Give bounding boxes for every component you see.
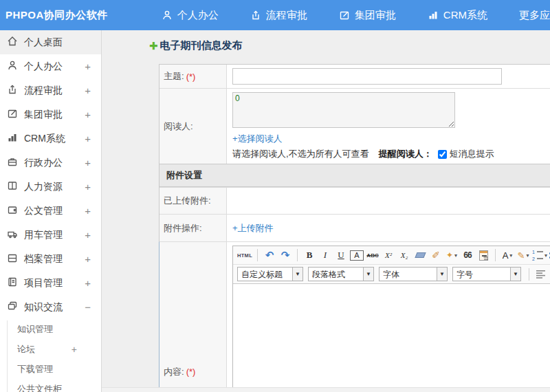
redo-icon[interactable]: ↷	[278, 248, 292, 262]
share-out-icon	[250, 10, 261, 21]
expand-plus-icon[interactable]: +	[85, 253, 91, 265]
superscript-button[interactable]: X²	[382, 248, 395, 262]
expand-plus-icon[interactable]: +	[85, 157, 91, 168]
chat-squares-icon	[7, 301, 18, 314]
upload-attachment-link[interactable]: +上传附件	[232, 222, 274, 235]
content-row: 内容: (*) HTML ↶ ↷ B I	[159, 241, 550, 392]
font-color-dropdown[interactable]: A▾	[500, 248, 514, 262]
undo-icon[interactable]: ↶	[263, 248, 276, 262]
open-book-icon	[7, 180, 18, 193]
expand-plus-icon[interactable]: +	[85, 85, 91, 96]
attachment-ops-label: 附件操作:	[164, 222, 202, 235]
paragraph-format-select[interactable]: 段落格式▼	[308, 267, 374, 281]
sidebar-item-desktop[interactable]: 个人桌面	[0, 30, 101, 54]
share-out-icon	[7, 84, 18, 97]
sidebar-item-documents[interactable]: 公文管理 +	[0, 199, 101, 223]
sidebar-item-knowledge[interactable]: 知识交流 −	[0, 295, 101, 319]
readers-label: 阅读人:	[164, 120, 193, 133]
required-mark: (*)	[186, 367, 196, 377]
sidebar-item-projects[interactable]: 项目管理 +	[0, 271, 101, 295]
attachment-section-header: 附件设置	[160, 164, 550, 187]
readers-hint: 请选择阅读人,不选为所有人可查看	[232, 148, 369, 160]
rich-text-editor: HTML ↶ ↷ B I U A ABC X²	[232, 246, 550, 392]
format-brush-icon[interactable]: ✐	[429, 248, 443, 262]
sidebar-item-vehicle[interactable]: 用车管理 +	[0, 223, 101, 247]
ordered-list-icon: 1 2	[532, 250, 543, 261]
blockquote-button[interactable]: 66	[461, 248, 474, 262]
remind-readers-label: 提醒阅读人：	[379, 148, 432, 160]
user-icon	[7, 60, 18, 73]
uploaded-attachments-row: 已上传附件:	[160, 187, 550, 214]
sms-remind-label: 短消息提示	[450, 148, 494, 160]
app-header: PHPOA协同办公软件 个人办公 流程审批 集团审批 CRM系统 更多应用 ▼	[0, 0, 550, 30]
main-area: ✚ 电子期刊信息发布 主题: (*) 阅读人:	[102, 30, 550, 392]
nav-group-approval[interactable]: 集团审批	[339, 9, 396, 22]
subject-row: 主题: (*)	[160, 65, 550, 88]
green-plus-icon: ✚	[149, 40, 158, 52]
magic-wand-icon: ✦	[446, 250, 453, 260]
folder-icon	[7, 204, 18, 217]
sidebar-item-archives[interactable]: 档案管理 +	[0, 247, 101, 271]
attachment-ops-row: 附件操作: +上传附件	[160, 214, 550, 241]
strikethrough-button[interactable]: ABC	[366, 248, 380, 262]
eraser-icon[interactable]	[413, 248, 427, 262]
content-label: 内容:	[164, 366, 184, 378]
bar-chart-icon	[428, 10, 439, 21]
readers-textarea[interactable]: 0	[232, 92, 455, 128]
chevron-down-icon: ▼	[510, 268, 520, 281]
ordered-list-dropdown[interactable]: 1 2 ▾	[532, 248, 547, 262]
sidebar-item-hr[interactable]: 人力资源 +	[0, 175, 101, 199]
paste-plain-icon[interactable]	[476, 248, 490, 262]
editor-content-area[interactable]	[233, 284, 550, 392]
bar-chart-icon	[7, 132, 18, 145]
sidebar-item-admin-office[interactable]: 行政办公 +	[0, 151, 101, 175]
font-size-select[interactable]: 字号▼	[452, 267, 521, 281]
select-readers-link[interactable]: +选择阅读人	[232, 133, 283, 145]
archive-box-icon	[7, 252, 18, 265]
expand-plus-icon[interactable]: +	[85, 229, 91, 241]
expand-plus-icon[interactable]: +	[85, 109, 91, 120]
nav-personal-office[interactable]: 个人办公	[162, 9, 219, 22]
sidebar-subitem-downloads[interactable]: 下载管理	[0, 359, 101, 379]
edit-icon	[7, 108, 18, 121]
edit-icon	[339, 10, 350, 21]
sidebar-subitem-knowledge-mgmt[interactable]: 知识管理	[0, 319, 101, 339]
sidebar-item-crm[interactable]: CRM系统 +	[0, 127, 101, 151]
sidebar-item-workflow-approval[interactable]: 流程审批 +	[0, 78, 101, 102]
font-family-select[interactable]: 字体▼	[379, 267, 448, 281]
notebook-icon	[7, 276, 18, 290]
expand-plus-icon[interactable]: +	[85, 277, 91, 289]
collapse-minus-icon[interactable]: −	[85, 301, 91, 313]
expand-plus-icon[interactable]: +	[85, 205, 91, 217]
underline-button[interactable]: U	[334, 248, 348, 262]
source-code-button[interactable]: HTML	[237, 248, 252, 262]
italic-button[interactable]: I	[318, 248, 332, 262]
nav-crm-system[interactable]: CRM系统	[428, 9, 487, 22]
highlight-pen-icon: ✎	[518, 250, 525, 261]
nav-workflow-approval[interactable]: 流程审批	[250, 9, 307, 22]
subject-input[interactable]	[232, 68, 502, 85]
required-mark: (*)	[186, 72, 196, 82]
nav-more-apps[interactable]: 更多应用 ▼	[519, 9, 550, 22]
truck-icon	[7, 228, 18, 241]
autotypeset-dropdown[interactable]: ✦▾	[445, 248, 459, 262]
sidebar-subitem-public-cabinet[interactable]: 公共文件柜	[0, 379, 101, 392]
sidebar-subitem-forum[interactable]: 论坛 +	[0, 339, 101, 359]
expand-plus-icon[interactable]: +	[85, 61, 91, 72]
custom-title-select[interactable]: 自定义标题▼	[237, 267, 303, 281]
expand-plus-icon[interactable]: +	[85, 133, 91, 144]
uploaded-attachments-label: 已上传附件:	[164, 195, 211, 207]
chevron-down-icon: ▼	[292, 268, 302, 281]
font-style-button[interactable]: A	[350, 250, 364, 261]
editor-toolbar-row1: HTML ↶ ↷ B I U A ABC X²	[233, 246, 550, 265]
sidebar-item-personal-office[interactable]: 个人办公 +	[0, 54, 101, 78]
bold-button[interactable]: B	[302, 248, 316, 262]
subscript-button[interactable]: X₂	[397, 248, 411, 262]
highlight-color-dropdown[interactable]: ✎▾	[516, 248, 530, 262]
sms-remind-checkbox[interactable]	[438, 150, 447, 159]
sidebar-item-group-approval[interactable]: 集团审批 +	[0, 102, 101, 127]
expand-plus-icon[interactable]: +	[72, 344, 77, 355]
horizontal-scrollbar[interactable]	[102, 387, 550, 392]
align-left-icon[interactable]	[534, 268, 548, 281]
expand-plus-icon[interactable]: +	[85, 181, 91, 193]
